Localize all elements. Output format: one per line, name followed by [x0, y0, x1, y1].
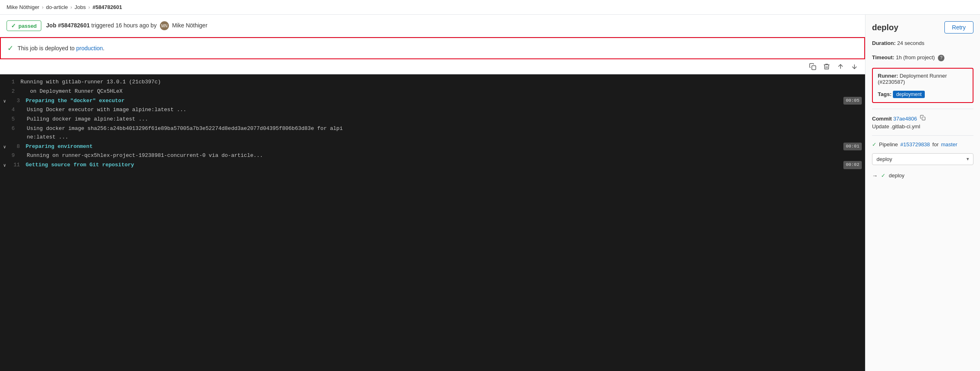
- commit-section: Commit 37ae4806 Update .gitlab-ci.yml: [872, 115, 973, 130]
- breadcrumb-sep-1: ›: [42, 4, 43, 10]
- log-line: 5 Pulling docker image alpine:latest ...: [0, 115, 865, 124]
- stage-select-label: deploy: [877, 156, 967, 162]
- retry-button[interactable]: Retry: [944, 21, 973, 34]
- job-number: Job #584782601: [46, 22, 90, 29]
- log-line-collapsible-3[interactable]: ∨ 3 Preparing the "docker" executor 00:0…: [0, 96, 865, 106]
- status-badge: ✓ passed: [7, 20, 41, 31]
- timeout-row: Timeout: 1h (from project) ?: [872, 54, 973, 62]
- duration-label: Duration:: [872, 40, 896, 46]
- time-badge: 00:05: [843, 97, 862, 105]
- tags-row: Tags: deployment: [878, 88, 968, 98]
- stage-select[interactable]: deploy ▾: [872, 153, 973, 165]
- right-sidebar: deploy Retry Duration: 24 seconds Timeou…: [865, 15, 980, 371]
- log-line-collapsible-11[interactable]: ∨ 11 Getting source from Git repository …: [0, 161, 865, 170]
- copy-commit-icon[interactable]: [920, 116, 926, 122]
- deploy-notice-text: This job is deployed to production.: [18, 45, 104, 51]
- current-stage-label: deploy: [889, 172, 904, 179]
- avatar: MN: [160, 21, 169, 30]
- copy-log-icon[interactable]: [809, 63, 817, 71]
- triggered-text: triggered 16 hours ago by: [91, 22, 158, 29]
- production-link[interactable]: production: [76, 45, 103, 51]
- breadcrumb-user[interactable]: Mike Nöthiger: [7, 4, 39, 10]
- sidebar-header: deploy Retry: [872, 21, 973, 34]
- check-icon: ✓: [11, 22, 16, 29]
- help-icon[interactable]: ?: [938, 55, 944, 61]
- runner-id: (#2230587): [878, 79, 905, 85]
- pipeline-link[interactable]: #153729838: [900, 141, 930, 148]
- svg-rect-0: [812, 66, 816, 70]
- duration-row: Duration: 24 seconds: [872, 39, 973, 48]
- pipeline-label: Pipeline: [879, 141, 898, 148]
- runner-label: Runner:: [878, 73, 898, 79]
- job-header: ✓ passed Job #584782601 triggered 16 hou…: [0, 15, 865, 37]
- deploy-prefix: This job is deployed to: [18, 45, 74, 51]
- scroll-top-icon[interactable]: [836, 63, 845, 71]
- time-badge: 00:02: [843, 161, 862, 169]
- pipeline-branch-link[interactable]: master: [941, 141, 958, 148]
- breadcrumb-section[interactable]: Jobs: [74, 4, 85, 10]
- log-line: 2 on Deployment Runner QCx5HLeX: [0, 87, 865, 96]
- deploy-punctuation: .: [103, 45, 105, 51]
- deploy-notice: ✓ This job is deployed to production.: [0, 37, 865, 59]
- chevron-down-icon: ▾: [967, 156, 969, 162]
- deploy-check-icon: ✓: [7, 44, 13, 53]
- log-line: 4 Using Docker executor with image alpin…: [0, 105, 865, 115]
- collapse-arrow: ∨: [3, 162, 6, 170]
- log-toolbar: [0, 59, 865, 74]
- main-layout: ✓ passed Job #584782601 triggered 16 hou…: [0, 15, 980, 371]
- breadcrumb-sep-2: ›: [70, 4, 72, 10]
- log-line-collapsible-8[interactable]: ∨ 8 Preparing environment 00:01: [0, 142, 865, 152]
- commit-hash-link[interactable]: 37ae4806: [893, 116, 917, 122]
- pipeline-section: ✓ Pipeline #153729838 for master: [872, 141, 973, 148]
- timeout-label: Timeout:: [872, 54, 895, 60]
- pipeline-for: for: [933, 141, 939, 148]
- svg-rect-3: [922, 117, 926, 120]
- stage-check-icon: ✓: [881, 172, 886, 179]
- runner-name-row: Runner: Deployment Runner (#2230587): [878, 73, 968, 85]
- job-title: Job #584782601 triggered 16 hours ago by…: [46, 21, 207, 30]
- timeout-value-text: 1h (from project): [896, 54, 935, 60]
- current-stage: → ✓ deploy: [872, 171, 973, 179]
- collapse-arrow: ∨: [3, 98, 6, 105]
- left-content: ✓ passed Job #584782601 triggered 16 hou…: [0, 15, 865, 371]
- log-line: 6 Using docker image sha256:a24bb4013296…: [0, 124, 865, 142]
- log-line: 1 Running with gitlab-runner 13.0.1 (21c…: [0, 78, 865, 87]
- runner-name-text: Deployment Runner: [899, 73, 947, 79]
- tags-label: Tags:: [878, 91, 892, 97]
- divider-1: [872, 109, 973, 109]
- log-area[interactable]: 1 Running with gitlab-runner 13.0.1 (21c…: [0, 74, 865, 371]
- scroll-bottom-icon[interactable]: [850, 63, 859, 71]
- status-label: passed: [18, 23, 37, 29]
- collapse-arrow: ∨: [3, 144, 6, 151]
- duration-value-text: 24 seconds: [897, 40, 924, 46]
- breadcrumb-job-id: #584782601: [92, 4, 122, 10]
- breadcrumb-sep-3: ›: [88, 4, 90, 10]
- arrow-right-icon: →: [872, 172, 878, 179]
- commit-message: Update .gitlab-ci.yml: [872, 123, 973, 130]
- pipeline-check-icon: ✓: [872, 141, 877, 148]
- divider-2: [872, 135, 973, 136]
- triggered-user: Mike Nöthiger: [172, 22, 207, 29]
- breadcrumb: Mike Nöthiger › do-article › Jobs › #584…: [0, 0, 980, 15]
- time-badge: 00:01: [843, 143, 862, 151]
- log-line: 9 Running on runner-qcx5hlex-project-192…: [0, 151, 865, 161]
- sidebar-title: deploy: [872, 23, 898, 32]
- commit-label: Commit: [872, 116, 892, 122]
- delete-log-icon[interactable]: [823, 63, 831, 71]
- breadcrumb-project[interactable]: do-article: [46, 4, 68, 10]
- tag-badge[interactable]: deployment: [893, 91, 925, 98]
- runner-box: Runner: Deployment Runner (#2230587) Tag…: [872, 68, 973, 103]
